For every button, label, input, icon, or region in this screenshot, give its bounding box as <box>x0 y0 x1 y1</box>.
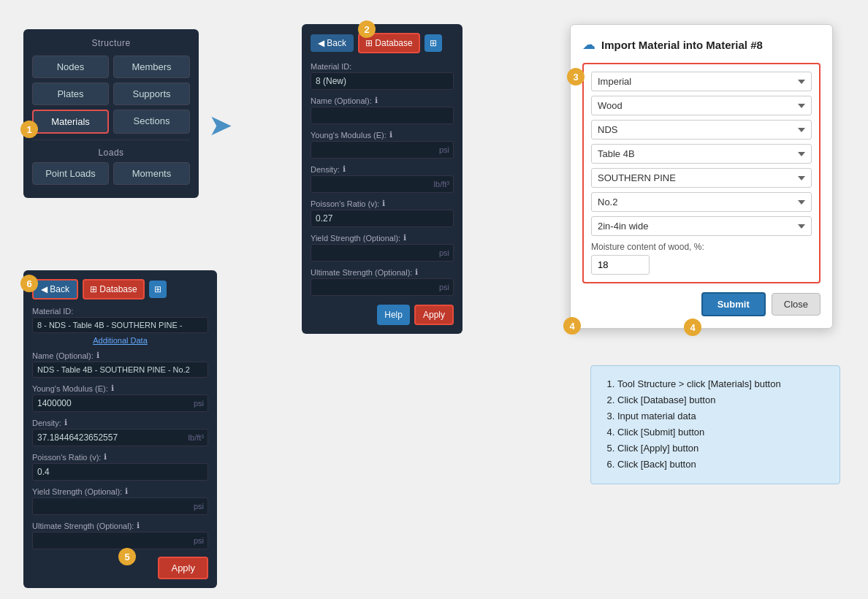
name-info-icon-filled: ℹ <box>96 351 99 360</box>
grade-select[interactable]: No.2 <box>591 192 812 212</box>
youngs-unit: psi <box>439 145 449 154</box>
material-id-label-filled: Material ID: <box>32 307 208 316</box>
material-id-label: Material ID: <box>311 62 454 71</box>
plates-button[interactable]: Plates <box>32 83 109 105</box>
nodes-button[interactable]: Nodes <box>32 56 109 78</box>
yield-unit: psi <box>439 248 449 257</box>
grid-button-top[interactable]: ⊞ <box>425 34 442 52</box>
materials-button[interactable]: Materials <box>32 110 109 134</box>
standard-select[interactable]: NDS <box>591 120 812 140</box>
density-unit: lb/ft³ <box>434 180 449 188</box>
structure-panel: Structure Nodes Members Plates Supports … <box>23 29 199 198</box>
members-button[interactable]: Members <box>113 56 190 78</box>
material-id-select-filled[interactable]: 8 - NDS - Table 4B - SOUTHERN PINE - <box>32 317 208 333</box>
name-input[interactable] <box>311 107 454 124</box>
yield-input-filled[interactable] <box>32 497 208 515</box>
youngs-unit-filled: psi <box>194 399 204 408</box>
badge-3: 3 <box>567 68 585 85</box>
import-body: Imperial Wood NDS Table 4B SOUTHERN PINE <box>582 63 821 283</box>
badge-4: 4 <box>563 317 581 335</box>
density-input-filled[interactable] <box>32 429 208 446</box>
moisture-input[interactable] <box>591 255 650 275</box>
point-loads-button[interactable]: Point Loads <box>32 162 109 185</box>
ultimate-info-icon-filled: ℹ <box>137 521 140 530</box>
yield-info-icon-filled: ℹ <box>125 487 128 496</box>
table-select[interactable]: Table 4B <box>591 144 812 164</box>
arrow-right-1: ➤ <box>208 108 233 142</box>
density-unit-filled: lb/ft³ <box>189 433 204 442</box>
yield-label-filled: Yield Strength (Optional): ℹ <box>32 487 208 496</box>
grid-button-filled[interactable]: ⊞ <box>149 281 167 298</box>
size-select[interactable]: 2in-4in wide <box>591 216 812 236</box>
instruction-item-5: Click [Apply] button <box>617 440 826 457</box>
supports-button[interactable]: Supports <box>113 83 190 105</box>
youngs-label: Young's Modulus (E): ℹ <box>311 130 454 140</box>
import-footer: Submit Close <box>582 292 821 316</box>
name-input-filled[interactable] <box>32 362 208 378</box>
ultimate-label-filled: Ultimate Strength (Optional): ℹ <box>32 521 208 530</box>
youngs-info-icon-filled: ℹ <box>111 384 114 393</box>
yield-unit-filled: psi <box>194 502 204 511</box>
badge-4-outer: 4 <box>684 318 701 336</box>
ultimate-unit: psi <box>439 283 449 291</box>
density-info-icon: ℹ <box>343 164 346 174</box>
ultimate-label: Ultimate Strength (Optional): ℹ <box>311 267 454 277</box>
instruction-item-4: Click [Submit] button <box>617 424 826 440</box>
density-info-icon-filled: ℹ <box>64 418 67 427</box>
density-label: Density: ℹ <box>311 164 454 174</box>
ultimate-info-icon: ℹ <box>415 267 418 277</box>
youngs-label-filled: Young's Modulus (E): ℹ <box>32 384 208 393</box>
badge-1: 1 <box>20 121 38 138</box>
additional-data-link[interactable]: Additional Data <box>32 336 208 345</box>
sections-button[interactable]: Sections <box>113 110 190 134</box>
name-info-icon: ℹ <box>375 96 378 105</box>
youngs-input-filled[interactable] <box>32 394 208 412</box>
name-label: Name (Optional): ℹ <box>311 96 454 105</box>
badge-2: 2 <box>358 20 376 38</box>
material-type-select[interactable]: Wood <box>591 96 812 115</box>
submit-button[interactable]: Submit <box>701 292 766 316</box>
filled-material-panel: ◀ Back ⊞ Database ⊞ Material ID: 8 - NDS… <box>23 270 217 588</box>
import-dialog: ☁ Import Material into Material #8 Imper… <box>570 24 833 329</box>
poissons-label-filled: Poisson's Ratio (v): ℹ <box>32 452 208 462</box>
close-button[interactable]: Close <box>772 293 821 316</box>
instruction-item-3: Input material data <box>617 408 826 424</box>
database-button-filled[interactable]: ⊞ Database <box>83 279 145 300</box>
poissons-info-icon-filled: ℹ <box>104 452 107 462</box>
ultimate-input[interactable] <box>311 278 454 296</box>
material-id-select[interactable]: 8 (New) <box>311 72 454 90</box>
poissons-info-icon: ℹ <box>382 199 385 208</box>
instructions-list: Tool Structure > click [Materials] butto… <box>604 376 826 473</box>
instructions-box: Tool Structure > click [Materials] butto… <box>590 365 840 484</box>
youngs-info-icon: ℹ <box>389 130 392 140</box>
species-select[interactable]: SOUTHERN PINE <box>591 168 812 188</box>
moments-button[interactable]: Moments <box>113 162 190 185</box>
instruction-item-2: Click [Database] button <box>617 392 826 408</box>
system-select[interactable]: Imperial <box>591 72 812 91</box>
ultimate-unit-filled: psi <box>194 536 204 545</box>
back-button-filled[interactable]: ◀ Back <box>32 279 78 300</box>
material-panel: ◀ Back ⊞ Database ⊞ Material ID: 8 (New)… <box>302 24 462 334</box>
yield-input[interactable] <box>311 244 454 262</box>
youngs-input[interactable] <box>311 141 454 159</box>
ultimate-input-filled[interactable] <box>32 532 208 549</box>
back-button-top[interactable]: ◀ Back <box>311 34 354 52</box>
yield-info-icon: ℹ <box>403 233 406 243</box>
apply-button-filled[interactable]: Apply <box>158 557 208 579</box>
poissons-input-filled[interactable] <box>32 463 208 481</box>
moisture-label: Moisture content of wood, %: <box>591 242 812 252</box>
loads-title: Loads <box>32 148 190 158</box>
instruction-item-1: Tool Structure > click [Materials] butto… <box>617 376 826 392</box>
instruction-item-6: Click [Back] button <box>617 457 826 473</box>
density-label-filled: Density: ℹ <box>32 418 208 427</box>
poissons-input[interactable] <box>311 210 454 227</box>
badge-5: 5 <box>118 548 136 565</box>
poissons-label: Poisson's Ratio (v): ℹ <box>311 199 454 208</box>
structure-title: Structure <box>32 38 190 48</box>
name-label-filled: Name (Optional): ℹ <box>32 351 208 360</box>
apply-button-top[interactable]: Apply <box>414 305 454 325</box>
skyciv-logo-icon: ☁ <box>582 37 595 53</box>
help-button[interactable]: Help <box>377 305 410 325</box>
yield-label: Yield Strength (Optional): ℹ <box>311 233 454 243</box>
density-input[interactable] <box>311 175 454 193</box>
